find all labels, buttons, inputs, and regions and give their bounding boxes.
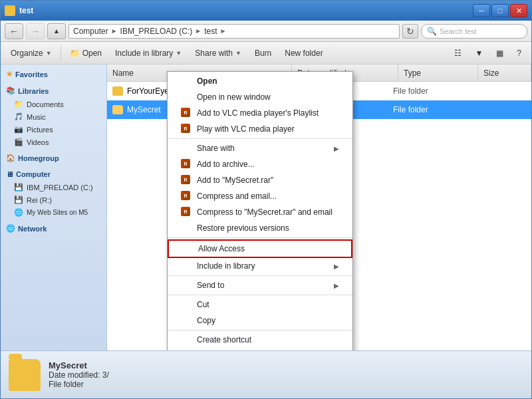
- close-button[interactable]: ✕: [510, 4, 527, 17]
- path-folder: test: [204, 27, 217, 36]
- sidebar-item-rei[interactable]: 💾 Rei (R:): [1, 194, 106, 206]
- music-icon: 🎵: [14, 112, 23, 121]
- computer-icon: 🖥: [6, 170, 13, 178]
- context-menu-item-add_to_mysecret_rar[interactable]: RAdd to "MySecret.rar": [168, 172, 352, 188]
- context-menu-separator: [168, 330, 352, 331]
- file-type: File folder: [393, 105, 473, 114]
- preview-pane-button[interactable]: ▦: [490, 45, 509, 62]
- context-menu-item-copy[interactable]: Copy: [168, 313, 352, 329]
- view-button[interactable]: ☷: [448, 45, 467, 62]
- favorites-section: ★ Favorites: [1, 67, 106, 81]
- context-menu-item-delete[interactable]: Delete: [168, 348, 352, 350]
- context-menu-separator: [168, 138, 352, 139]
- sidebar-item-documents[interactable]: 📁 Documents: [1, 98, 106, 110]
- context-menu-label: Send to: [197, 281, 224, 290]
- toolbar-right: ☷ ▼ ▦ ?: [448, 45, 527, 62]
- no-icon: [181, 299, 192, 310]
- file-type: File folder: [393, 86, 473, 96]
- context-menu-label: Restore previous versions: [197, 223, 289, 233]
- computer-section: 🖥 Computer 💾 IBM_PRELOAD (C:) 💾 Rei (R:)…: [1, 168, 106, 219]
- status-type: File folder: [49, 380, 109, 389]
- burn-label: Burn: [255, 49, 271, 58]
- sidebar-item-pictures[interactable]: 📷 Pictures: [1, 123, 106, 136]
- new-folder-button[interactable]: New folder: [279, 45, 329, 62]
- share-with-button[interactable]: Share with ▼: [189, 45, 247, 62]
- col-header-type[interactable]: Type: [398, 65, 478, 81]
- context-menu-item-restore_previous[interactable]: Restore previous versions: [168, 220, 352, 236]
- context-menu-item-add_to_vlc_playlist[interactable]: RAdd to VLC media player's Playlist: [168, 105, 352, 121]
- col-header-size[interactable]: Size: [478, 65, 531, 81]
- search-icon: 🔍: [427, 27, 437, 36]
- window-title: test: [19, 6, 33, 15]
- no-icon: [181, 334, 192, 345]
- burn-button[interactable]: Burn: [249, 45, 277, 62]
- explorer-window: test ─ □ ✕ ← → ▲ Computer ► IBM_PRELOAD …: [0, 0, 532, 399]
- sidebar-item-ibm-preload[interactable]: 💾 IBM_PRELOAD (C:): [1, 181, 106, 194]
- no-icon: [181, 92, 192, 102]
- context-menu-item-add_to_archive[interactable]: RAdd to archive...: [168, 156, 352, 172]
- context-menu-label: Add to VLC media player's Playlist: [197, 108, 319, 118]
- no-icon: [181, 76, 192, 86]
- context-menu-item-compress_email[interactable]: RCompress and email...: [168, 188, 352, 204]
- favorites-label: Favorites: [15, 70, 48, 78]
- context-menu-label: Allow Access: [198, 244, 245, 253]
- rei-label: Rei (R:): [27, 196, 52, 204]
- maximize-button[interactable]: □: [491, 4, 509, 17]
- sidebar-item-videos[interactable]: 🎬 Videos: [1, 136, 106, 148]
- libraries-section: 📚 Libraries 📁 Documents 🎵 Music 📷 Pictur…: [1, 84, 106, 148]
- context-menu-item-send_to[interactable]: Send to▶: [168, 277, 352, 293]
- up-button[interactable]: ▲: [47, 23, 66, 39]
- favorites-header[interactable]: ★ Favorites: [1, 67, 106, 81]
- refresh-button[interactable]: ↻: [402, 24, 418, 39]
- context-menu-item-allow_access[interactable]: Allow Access: [168, 239, 352, 258]
- context-menu-label: Copy: [197, 316, 215, 325]
- libraries-label: Libraries: [18, 87, 49, 95]
- back-button[interactable]: ←: [5, 23, 23, 39]
- computer-header[interactable]: 🖥 Computer: [1, 168, 106, 181]
- search-placeholder: Search test: [440, 27, 477, 35]
- open-button[interactable]: 📁 Open: [64, 45, 108, 62]
- folder-icon: [112, 86, 123, 96]
- homegroup-icon: 🏠: [6, 154, 15, 162]
- include-library-button[interactable]: Include in library ▼: [109, 45, 188, 62]
- context-menu-label: Cut: [197, 300, 209, 309]
- context-menu-item-open[interactable]: Open: [168, 73, 352, 89]
- homegroup-header[interactable]: 🏠 Homegroup: [1, 151, 106, 165]
- videos-label: Videos: [27, 138, 49, 146]
- context-menu-item-open_new_window[interactable]: Open in new window: [168, 89, 352, 105]
- rar-icon: R: [181, 191, 190, 200]
- sidebar-item-web-sites[interactable]: 🌐 My Web Sites on M5: [1, 206, 106, 219]
- context-menu-item-cut[interactable]: Cut: [168, 297, 352, 313]
- forward-button[interactable]: →: [26, 23, 45, 39]
- rar-icon: R: [181, 124, 190, 133]
- file-name: MySecret: [127, 105, 161, 114]
- sidebar-item-music[interactable]: 🎵 Music: [1, 110, 106, 123]
- help-button[interactable]: ?: [511, 45, 527, 62]
- view-dropdown-button[interactable]: ▼: [469, 45, 489, 62]
- no-icon: [181, 315, 192, 326]
- context-menu-item-play_with_vlc[interactable]: RPlay with VLC media player: [168, 121, 352, 137]
- title-bar-left: test: [5, 5, 33, 16]
- include-library-label: Include in library: [115, 49, 173, 58]
- context-menu-item-create_shortcut[interactable]: Create shortcut: [168, 332, 352, 348]
- music-label: Music: [27, 113, 46, 121]
- search-box[interactable]: 🔍 Search test: [421, 24, 527, 39]
- no-icon: [181, 280, 192, 291]
- network-header[interactable]: 🌐 Network: [1, 221, 106, 235]
- address-path[interactable]: Computer ► IBM_PRELOAD (C:) ► test ►: [68, 24, 400, 39]
- homegroup-label: Homegroup: [18, 154, 59, 162]
- rar-icon: R: [181, 207, 190, 216]
- organize-button[interactable]: Organize ▼: [5, 45, 58, 62]
- minimize-button[interactable]: ─: [473, 4, 490, 17]
- libraries-header[interactable]: 📚 Libraries: [1, 84, 106, 98]
- context-menu-item-compress_to_mysecret_email[interactable]: RCompress to "MySecret.rar" and email: [168, 204, 352, 220]
- videos-icon: 🎬: [14, 138, 23, 146]
- organize-label: Organize: [11, 49, 43, 58]
- context-menu-label: Open: [197, 76, 217, 86]
- context-menu-item-share_with[interactable]: Share with▶: [168, 140, 352, 156]
- context-menu-item-include_in_library[interactable]: Include in library▶: [168, 258, 352, 274]
- context-menu-separator: [168, 275, 352, 276]
- context-menu-separator: [168, 237, 352, 238]
- status-bar: MySecret Date modified: 3/ File folder: [1, 350, 531, 398]
- file-area: Name Date modified Type Size ForYourEyes: [107, 65, 531, 350]
